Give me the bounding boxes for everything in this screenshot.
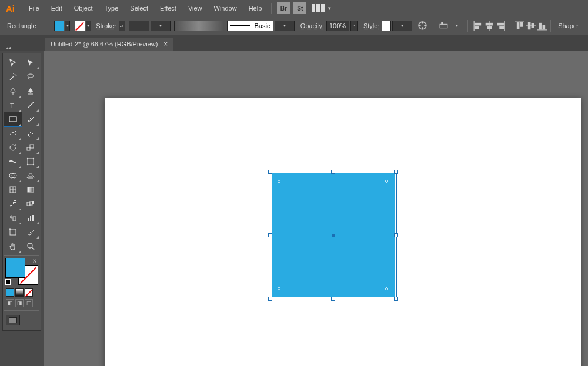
resize-handle-w[interactable] [268,233,272,237]
screen-mode-button[interactable] [6,315,20,325]
eyedropper-tool[interactable] [4,197,22,211]
menu-object[interactable]: Object [68,2,99,14]
align-right-icon[interactable] [496,21,505,31]
menu-edit[interactable]: Edit [45,2,68,14]
document-tab[interactable]: Untitled-2* @ 66.67% (RGB/Preview) × [45,38,173,51]
stroke-dropdown-icon[interactable]: ▾ [86,21,92,31]
direct-selection-tool[interactable] [22,56,39,70]
menu-effect[interactable]: Effect [154,2,182,14]
resize-handle-sw[interactable] [268,297,272,301]
color-mode-gradient[interactable] [15,288,24,297]
stroke-swatch[interactable] [75,21,85,31]
opacity-label[interactable]: Opacity: [300,22,324,29]
recolor-artwork-icon[interactable] [417,20,427,32]
zoom-tool[interactable] [22,239,39,253]
default-fill-stroke-icon[interactable] [5,279,11,285]
resize-handle-nw[interactable] [268,170,272,174]
stroke-weight-dropdown[interactable]: ▾ [151,21,171,31]
color-mode-solid[interactable] [6,288,14,297]
selection-tool[interactable] [4,56,22,70]
align-vcenter-icon[interactable] [526,21,536,31]
resize-handle-s[interactable] [331,297,335,301]
pen-tool[interactable] [4,84,22,98]
svg-rect-31 [30,145,34,148]
close-tab-icon[interactable]: × [163,40,168,48]
chevron-down-icon[interactable]: ▾ [328,5,331,11]
free-transform-tool[interactable] [22,155,39,169]
align-bottom-icon[interactable] [537,21,547,31]
shaper-tool[interactable] [4,126,22,140]
draw-normal-icon[interactable]: ◧ [6,299,14,307]
arrange-documents-icon[interactable] [312,4,325,12]
canvas-area[interactable] [44,51,588,366]
corner-widget-sw[interactable] [278,287,280,290]
menu-select[interactable]: Select [124,2,154,14]
stock-icon[interactable]: St [293,2,306,14]
hand-tool[interactable] [4,239,22,253]
eraser-tool[interactable] [22,126,39,140]
svg-rect-5 [440,24,447,28]
scale-tool[interactable] [22,140,39,155]
perspective-grid-tool[interactable] [22,169,39,183]
width-tool[interactable] [4,155,22,169]
fill-swatch[interactable] [54,21,64,31]
brush-definition[interactable]: Basic [227,21,273,31]
column-graph-tool[interactable] [22,211,39,225]
corner-widget-nw[interactable] [278,180,280,183]
gradient-tool[interactable] [22,183,39,197]
draw-inside-icon[interactable]: ◫ [25,299,33,307]
slice-tool[interactable] [22,225,39,239]
fill-stroke-control[interactable]: ⤭ [5,258,38,285]
menu-file[interactable]: File [23,2,45,14]
stroke-weight-stepper[interactable]: ▴▾ [119,21,125,31]
rectangle-tool[interactable] [4,112,22,126]
type-tool[interactable]: T [4,98,22,112]
separator [467,20,468,32]
magic-wand-tool[interactable] [4,70,22,84]
resize-handle-n[interactable] [331,170,335,174]
svg-rect-50 [10,229,16,235]
stroke-label[interactable]: Stroke: [96,22,116,29]
paintbrush-tool[interactable] [22,112,39,126]
style-dropdown[interactable]: ▾ [392,21,412,31]
style-label[interactable]: Style: [363,22,380,29]
brush-dropdown[interactable]: ▾ [275,21,295,31]
menu-window[interactable]: Window [208,2,243,14]
opacity-input[interactable]: 100% [326,21,349,31]
chevron-down-icon[interactable]: ▾ [452,20,462,32]
shape-builder-tool[interactable] [4,169,22,183]
symbol-sprayer-tool[interactable] [4,211,22,225]
line-segment-tool[interactable] [22,98,39,112]
menu-type[interactable]: Type [99,2,125,14]
color-mode-none[interactable] [25,288,33,297]
resize-handle-ne[interactable] [394,170,398,174]
stroke-weight-input[interactable] [129,21,150,31]
artboard-tool[interactable] [4,225,22,239]
align-left-icon[interactable] [473,21,483,31]
fill-color-box[interactable] [5,258,25,278]
graphic-style-swatch[interactable] [382,21,391,31]
corner-widget-ne[interactable] [385,180,388,183]
artboard[interactable] [105,98,581,366]
bridge-icon[interactable]: Br [277,2,290,14]
rotate-tool[interactable] [4,140,22,155]
swap-fill-stroke-icon[interactable]: ⤭ [32,258,37,264]
fill-dropdown-icon[interactable]: ▾ [65,21,71,31]
menu-help[interactable]: Help [243,2,268,14]
mesh-tool[interactable] [4,183,22,197]
variable-width-profile[interactable] [174,21,223,31]
draw-behind-icon[interactable]: ◨ [15,299,24,307]
blend-tool[interactable] [22,197,39,211]
opacity-dropdown-icon[interactable]: › [350,21,358,31]
align-hcenter-icon[interactable] [485,21,494,31]
align-to-selection-icon[interactable] [439,20,449,32]
curvature-tool[interactable] [22,84,39,98]
align-top-icon[interactable] [515,21,524,31]
collapse-handle-icon[interactable]: ◂◂ [5,45,12,51]
resize-handle-e[interactable] [394,233,398,237]
corner-widget-se[interactable] [385,287,388,290]
shape-label[interactable]: Shape: [556,22,579,29]
menu-view[interactable]: View [182,2,208,14]
lasso-tool[interactable] [22,70,39,84]
resize-handle-se[interactable] [394,297,398,301]
